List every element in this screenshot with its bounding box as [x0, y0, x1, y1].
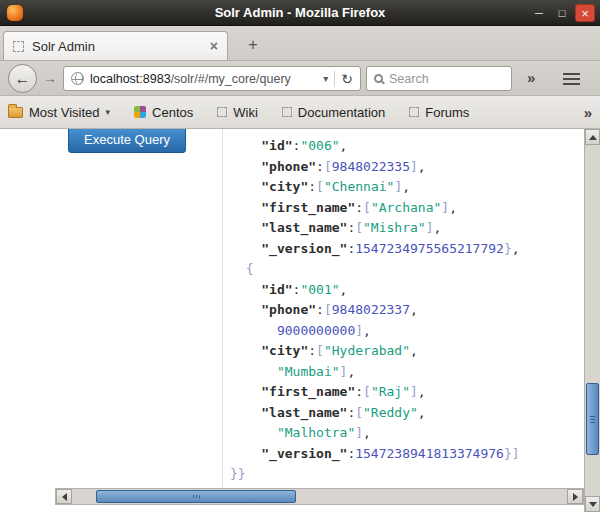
- menu-button[interactable]: [558, 69, 584, 88]
- search-input[interactable]: [389, 72, 504, 86]
- json-line: "last_name":["Mishra"],: [230, 218, 584, 239]
- horizontal-scrollbar[interactable]: [55, 488, 584, 505]
- json-line: "last_name":["Reddy",: [230, 403, 584, 424]
- firefox-icon: [7, 5, 23, 21]
- forward-button[interactable]: →: [41, 69, 59, 87]
- bookmark-item-centos[interactable]: Centos: [134, 105, 193, 120]
- site-identity-globe-icon[interactable]: [71, 72, 84, 85]
- search-bar[interactable]: [366, 66, 512, 91]
- page-icon: [217, 107, 227, 117]
- hamburger-icon: [563, 78, 580, 80]
- json-line: "city":["Hyderabad",: [230, 341, 584, 362]
- bookmark-item-most-visited[interactable]: Most Visited▾: [8, 105, 110, 120]
- horizontal-scrollbar-thumb[interactable]: [96, 490, 296, 503]
- minimize-button[interactable]: ─: [529, 4, 549, 22]
- json-line: "first_name":["Archana"],: [230, 198, 584, 219]
- json-line: "first_name":["Raj"],: [230, 382, 584, 403]
- url-path: /solr/#/my_core/query: [171, 72, 291, 86]
- url-host: localhost:8983: [90, 72, 171, 86]
- json-line: "phone":[9848022337,: [230, 300, 584, 321]
- tab-solr-admin[interactable]: Solr Admin ×: [3, 31, 228, 60]
- json-line: "Mumbai"],: [230, 362, 584, 383]
- bookmark-label: Centos: [152, 105, 193, 120]
- execute-query-button[interactable]: Execute Query: [68, 129, 186, 153]
- toolbar-overflow-button[interactable]: »: [527, 69, 535, 86]
- vertical-scrollbar-thumb[interactable]: [586, 383, 599, 455]
- bookmark-label: Most Visited: [29, 105, 100, 120]
- scroll-right-button[interactable]: [567, 489, 583, 504]
- window-controls: ─ □ ×: [529, 4, 595, 22]
- bookmarks-bar: Most Visited▾CentosWikiDocumentationForu…: [0, 96, 600, 129]
- bookmark-label: Forums: [425, 105, 469, 120]
- navigation-bar: ← → localhost:8983/solr/#/my_core/query …: [0, 61, 600, 96]
- page-favicon-icon: [13, 41, 24, 52]
- json-line: 9000000000],: [230, 321, 584, 342]
- close-button[interactable]: ×: [575, 4, 595, 22]
- json-line: "_version_":1547238941813374976}]: [230, 444, 584, 465]
- url-dropdown-icon[interactable]: ▾: [323, 73, 328, 84]
- json-line: "city":["Chennai"],: [230, 177, 584, 198]
- folder-icon: [8, 107, 23, 118]
- chevron-down-icon: ▾: [106, 107, 111, 117]
- query-results-json: "id":"006","phone":[9848022335],"city":[…: [223, 129, 584, 495]
- arrow-down-icon: [589, 502, 597, 507]
- arrow-right-icon: [573, 493, 578, 501]
- json-line: }}: [230, 464, 584, 485]
- bookmark-label: Documentation: [298, 105, 385, 120]
- tab-bar: Solr Admin × +: [0, 26, 600, 61]
- page-icon: [282, 107, 292, 117]
- reload-icon[interactable]: ↻: [334, 71, 353, 87]
- page-icon: [409, 107, 419, 117]
- json-line: "Malhotra"],: [230, 423, 584, 444]
- scroll-left-button[interactable]: [56, 489, 72, 504]
- json-line: {: [230, 259, 584, 280]
- search-icon: [374, 74, 383, 83]
- json-line: "phone":[9848022335],: [230, 157, 584, 178]
- bookmark-label: Wiki: [233, 105, 258, 120]
- titlebar: Solr Admin - Mozilla Firefox ─ □ ×: [0, 0, 600, 26]
- new-tab-button[interactable]: +: [240, 33, 266, 57]
- back-button[interactable]: ←: [8, 64, 37, 93]
- scroll-up-button[interactable]: [585, 129, 600, 145]
- page-content: Execute Query "id":"006","phone":[984802…: [0, 129, 600, 512]
- centos-icon: [134, 106, 146, 118]
- bookmarks-overflow-button[interactable]: »: [584, 104, 592, 121]
- json-line: "_version_":1547234975565217792},: [230, 239, 584, 260]
- maximize-button[interactable]: □: [552, 4, 572, 22]
- json-line: "id":"006",: [230, 136, 584, 157]
- bookmark-item-documentation[interactable]: Documentation: [282, 105, 385, 120]
- url-bar[interactable]: localhost:8983/solr/#/my_core/query ▾ ↻: [63, 66, 361, 91]
- browser-window: Solr Admin - Mozilla Firefox ─ □ × Solr …: [0, 0, 600, 512]
- tab-title: Solr Admin: [32, 39, 202, 54]
- bookmarks-items: Most Visited▾CentosWikiDocumentationForu…: [8, 105, 469, 120]
- arrow-up-icon: [589, 135, 597, 140]
- vertical-scrollbar[interactable]: [584, 129, 600, 512]
- scroll-down-button[interactable]: [585, 496, 600, 512]
- json-line: "id":"001",: [230, 280, 584, 301]
- bookmark-item-forums[interactable]: Forums: [409, 105, 469, 120]
- tab-close-icon[interactable]: ×: [210, 38, 218, 54]
- bookmark-item-wiki[interactable]: Wiki: [217, 105, 258, 120]
- arrow-left-icon: [62, 493, 67, 501]
- url-text: localhost:8983/solr/#/my_core/query: [90, 72, 317, 86]
- window-title: Solr Admin - Mozilla Firefox: [0, 5, 600, 20]
